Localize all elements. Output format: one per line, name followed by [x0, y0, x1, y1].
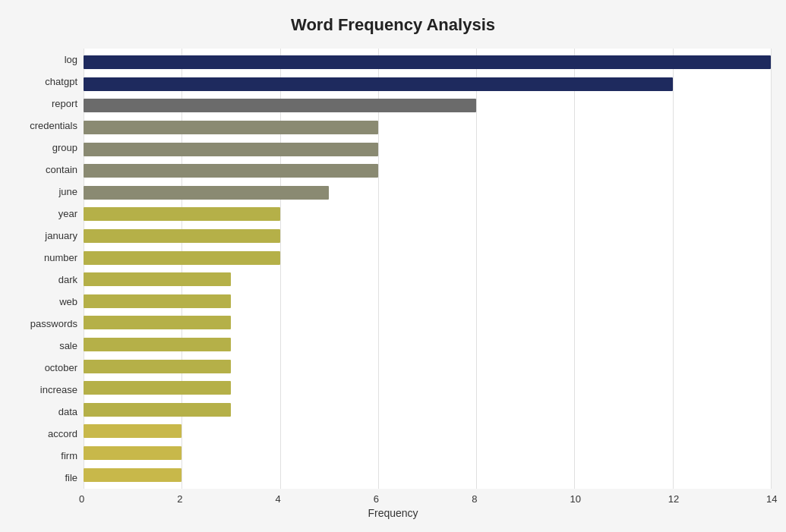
y-label-credentials: credentials — [15, 116, 84, 136]
bar-row-increase — [84, 377, 771, 398]
y-label-firm: firm — [15, 446, 84, 466]
grid-and-bars — [84, 49, 771, 489]
bar-sale — [84, 338, 231, 351]
bar-october — [84, 360, 231, 373]
y-label-october: october — [15, 358, 84, 378]
bars-container — [84, 49, 771, 489]
bar-row-number — [84, 247, 771, 269]
bar-report — [84, 99, 476, 112]
y-label-june: june — [15, 182, 84, 202]
bar-row-data — [84, 399, 771, 420]
x-axis-label: Frequency — [15, 507, 771, 519]
y-label-passwords: passwords — [15, 314, 84, 334]
bar-row-group — [84, 139, 771, 160]
x-tick-10: 10 — [570, 493, 580, 505]
y-label-group: group — [15, 138, 84, 158]
y-label-dark: dark — [15, 270, 84, 290]
bar-row-year — [84, 203, 771, 225]
x-tick-2: 2 — [177, 493, 182, 505]
x-tick-4: 4 — [276, 493, 281, 505]
y-label-number: number — [15, 248, 84, 268]
bar-web — [84, 294, 231, 308]
bar-log — [84, 55, 771, 69]
bar-row-firm — [84, 442, 771, 464]
y-label-data: data — [15, 402, 84, 422]
bar-row-dark — [84, 269, 771, 290]
x-tick-0: 0 — [79, 493, 84, 505]
plot-area — [84, 49, 771, 489]
bar-row-october — [84, 356, 771, 377]
y-label-report: report — [15, 94, 84, 114]
x-tick-8: 8 — [472, 493, 477, 505]
bar-increase — [84, 381, 231, 395]
bar-row-contain — [84, 160, 771, 181]
bar-dark — [84, 272, 231, 286]
bar-year — [84, 207, 280, 221]
bar-row-web — [84, 291, 771, 312]
bar-number — [84, 251, 280, 265]
bar-row-report — [84, 95, 771, 116]
bar-accord — [84, 424, 182, 438]
bar-file — [84, 468, 182, 482]
bar-row-file — [84, 464, 771, 486]
bar-credentials — [84, 121, 378, 134]
bar-firm — [84, 446, 182, 460]
x-tick-14: 14 — [766, 493, 777, 505]
chart-title: Word Frequency Analysis — [15, 15, 771, 35]
y-label-year: year — [15, 204, 84, 224]
x-axis: 02468101214 — [84, 489, 771, 504]
y-label-log: log — [15, 50, 84, 70]
chart-area: logchatgptreportcredentialsgroupcontainj… — [15, 49, 771, 489]
x-tick-6: 6 — [374, 493, 379, 505]
bar-january — [84, 229, 280, 243]
bar-row-january — [84, 225, 771, 247]
y-label-chatgpt: chatgpt — [15, 72, 84, 92]
y-label-january: january — [15, 226, 84, 246]
bar-passwords — [84, 316, 231, 329]
grid-line-14 — [771, 49, 772, 489]
bar-row-sale — [84, 334, 771, 355]
bar-row-log — [84, 52, 771, 73]
chart-container: Word Frequency Analysis logchatgptreport… — [0, 0, 786, 532]
y-label-accord: accord — [15, 424, 84, 444]
y-axis: logchatgptreportcredentialsgroupcontainj… — [15, 49, 84, 489]
y-label-contain: contain — [15, 160, 84, 180]
y-label-file: file — [15, 468, 84, 488]
bar-data — [84, 403, 231, 417]
bar-row-credentials — [84, 117, 771, 138]
bar-row-june — [84, 182, 771, 203]
bar-chatgpt — [84, 77, 673, 91]
bar-group — [84, 143, 378, 156]
bar-contain — [84, 164, 378, 178]
bar-row-chatgpt — [84, 74, 771, 95]
bar-june — [84, 186, 329, 200]
bar-row-accord — [84, 420, 771, 442]
y-label-sale: sale — [15, 336, 84, 356]
y-label-increase: increase — [15, 380, 84, 400]
x-tick-12: 12 — [668, 493, 679, 505]
y-label-web: web — [15, 292, 84, 312]
bar-row-passwords — [84, 312, 771, 333]
